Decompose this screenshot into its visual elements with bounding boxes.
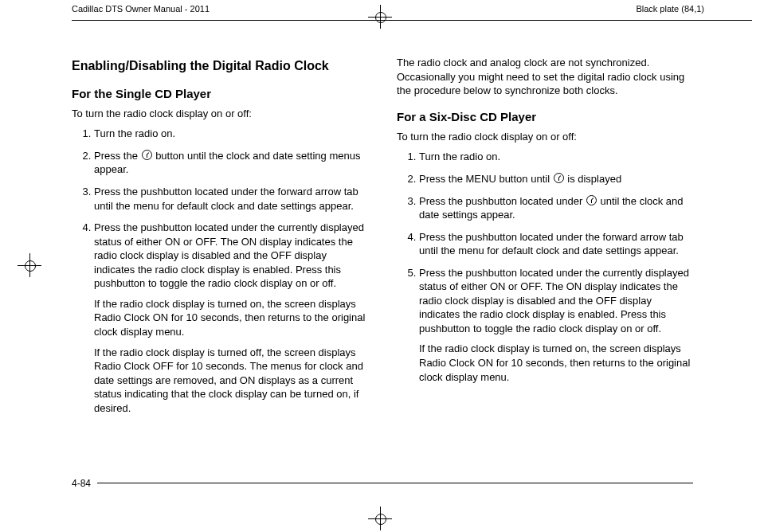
clock-icon bbox=[142, 150, 152, 160]
clock-icon bbox=[554, 173, 564, 183]
list-item: Turn the radio on. bbox=[419, 150, 693, 164]
step-subtext: If the radio clock display is turned off… bbox=[94, 346, 368, 416]
subsection-title: For a Six-Disc CD Player bbox=[397, 109, 693, 125]
registration-mark-icon bbox=[368, 5, 392, 29]
header-rule bbox=[72, 20, 752, 21]
list-item: Press the MENU button until is displayed bbox=[419, 172, 693, 186]
registration-mark-icon bbox=[368, 507, 392, 530]
step-text: Press the pushbutton located under the c… bbox=[94, 221, 364, 289]
intro-text: To turn the radio clock display on or of… bbox=[397, 130, 693, 144]
step-text: Press the pushbutton located under the f… bbox=[419, 231, 684, 257]
step-text: Press the pushbutton located under the c… bbox=[419, 267, 689, 334]
intro-text: The radio clock and analog clock are not… bbox=[397, 56, 693, 98]
list-item: Turn the radio on. bbox=[94, 127, 368, 141]
step-text: is displayed bbox=[565, 173, 622, 185]
list-item: Press the pushbutton located under the f… bbox=[94, 185, 368, 213]
right-column: The radio clock and analog clock are not… bbox=[397, 53, 693, 423]
list-item: Press the pushbutton located under until… bbox=[419, 194, 693, 222]
header-left-label: Cadillac DTS Owner Manual - 2011 bbox=[72, 3, 214, 15]
section-title: Enabling/Disabling the Digital Radio Clo… bbox=[72, 57, 368, 75]
intro-text: To turn the radio clock display on or of… bbox=[72, 107, 368, 121]
list-item: Press the pushbutton located under the c… bbox=[94, 221, 368, 415]
step-text: Press the bbox=[94, 150, 141, 162]
step-text: Press the MENU button until bbox=[419, 173, 553, 185]
procedure-list: Turn the radio on. Press the button unti… bbox=[72, 127, 368, 415]
procedure-list: Turn the radio on. Press the MENU button… bbox=[397, 150, 693, 384]
step-text: Press the pushbutton located under bbox=[419, 195, 586, 207]
list-item: Press the button until the clock and dat… bbox=[94, 149, 368, 177]
page-number: 4-84 bbox=[72, 477, 97, 490]
step-text: Turn the radio on. bbox=[419, 151, 500, 162]
page-footer: 4-84 bbox=[72, 476, 693, 491]
header-right-label: Black plate (84,1) bbox=[631, 3, 704, 15]
subsection-title: For the Single CD Player bbox=[72, 86, 368, 102]
clock-icon bbox=[586, 195, 597, 205]
left-column: Enabling/Disabling the Digital Radio Clo… bbox=[72, 53, 368, 423]
page-body: Enabling/Disabling the Digital Radio Clo… bbox=[72, 53, 693, 423]
step-subtext: If the radio clock display is turned on,… bbox=[94, 297, 368, 339]
registration-mark-icon bbox=[18, 253, 41, 277]
list-item: Press the pushbutton located under the c… bbox=[419, 266, 693, 384]
list-item: Press the pushbutton located under the f… bbox=[419, 230, 693, 258]
step-subtext: If the radio clock display is turned on,… bbox=[419, 342, 693, 384]
page-header: Cadillac DTS Owner Manual - 2011 Black p… bbox=[72, 11, 752, 29]
step-text: Turn the radio on. bbox=[94, 127, 175, 139]
step-text: Press the pushbutton located under the f… bbox=[94, 186, 358, 212]
footer-rule bbox=[72, 483, 693, 483]
